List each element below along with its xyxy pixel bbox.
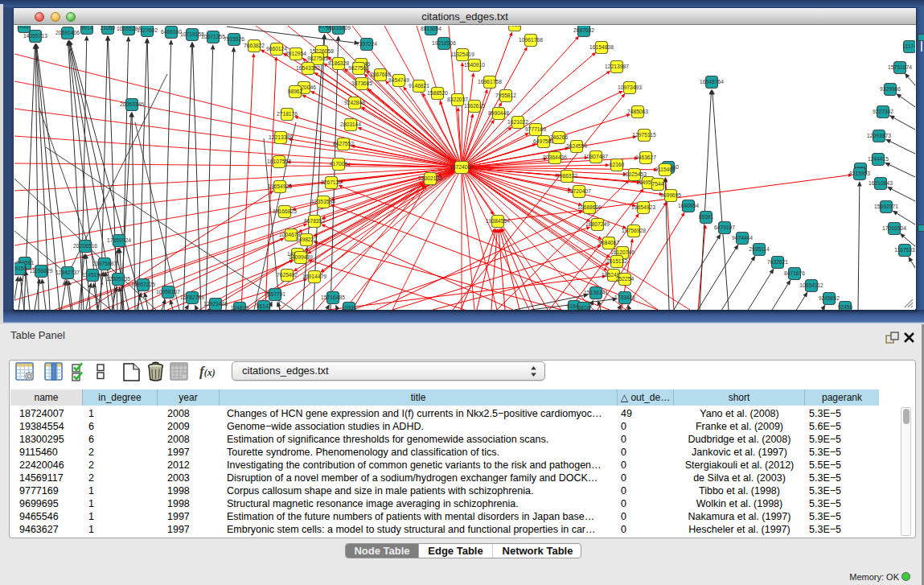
svg-text:16914479: 16914479	[302, 274, 326, 279]
svg-text:15136141: 15136141	[584, 290, 608, 295]
svg-text:3498222: 3498222	[296, 237, 317, 242]
svg-text:16033809: 16033809	[326, 26, 351, 31]
svg-text:1733426: 1733426	[614, 295, 635, 300]
svg-text:1145194: 1145194	[82, 272, 103, 278]
svg-text:10025453: 10025453	[622, 171, 647, 177]
svg-text:2803144: 2803144	[340, 122, 361, 127]
svg-text:19654925: 19654925	[268, 183, 292, 189]
svg-text:14557: 14557	[17, 26, 32, 29]
svg-text:11156829: 11156829	[30, 268, 53, 274]
svg-text:14055713: 14055713	[23, 33, 47, 39]
svg-text:9777169: 9777169	[525, 126, 546, 132]
svg-text:15720407: 15720407	[567, 188, 591, 194]
svg-text:1615132: 1615132	[606, 258, 627, 264]
svg-text:12505135: 12505135	[106, 276, 130, 282]
svg-text:9084067: 9084067	[598, 240, 619, 245]
svg-text:12213987: 12213987	[605, 64, 629, 69]
svg-text:7485063: 7485063	[627, 109, 648, 114]
svg-text:2087682: 2087682	[573, 27, 594, 33]
svg-text:23002135: 23002135	[418, 175, 442, 181]
svg-text:16107553: 16107553	[267, 159, 291, 164]
svg-text:417006: 417006	[330, 161, 348, 167]
svg-text:746266: 746266	[550, 134, 569, 140]
svg-text:10807487: 10807487	[584, 154, 608, 159]
svg-text:20053346: 20053346	[120, 101, 144, 107]
svg-text:20206516: 20206516	[73, 243, 97, 249]
svg-text:7357224: 7357224	[356, 41, 377, 47]
svg-text:92456: 92456	[838, 304, 853, 310]
svg-text:9242848: 9242848	[344, 100, 365, 105]
svg-text:6479197: 6479197	[714, 225, 735, 230]
svg-text:8454749: 8454749	[388, 77, 409, 83]
svg-text:8427552: 8427552	[333, 141, 354, 146]
svg-text:7955: 7955	[509, 26, 521, 27]
svg-text:16548764: 16548764	[700, 79, 724, 84]
svg-text:9857791: 9857791	[265, 291, 285, 297]
svg-text:19654923: 19654923	[631, 204, 655, 210]
svg-text:20691406: 20691406	[55, 30, 80, 35]
svg-text:1244415: 1244415	[868, 156, 889, 162]
svg-text:8322037: 8322037	[447, 97, 468, 102]
svg-text:1527602: 1527602	[137, 27, 158, 33]
svg-text:104819: 104819	[231, 305, 249, 310]
svg-text:9227342: 9227342	[873, 109, 893, 114]
svg-text:1640954: 1640954	[678, 203, 699, 208]
svg-text:10688609: 10688609	[577, 204, 602, 210]
svg-text:12942737: 12942737	[55, 270, 80, 275]
svg-text:8990448: 8990448	[488, 110, 509, 116]
svg-text:7544: 7544	[652, 181, 664, 187]
svg-text:19384554: 19384554	[486, 218, 510, 224]
svg-text:7632621: 7632621	[767, 259, 788, 265]
svg-text:15692971: 15692971	[874, 204, 898, 209]
svg-text:9474444: 9474444	[732, 235, 753, 241]
svg-text:98962: 98962	[288, 89, 303, 94]
svg-text:15751074: 15751074	[888, 64, 912, 70]
svg-text:2935114: 2935114	[749, 246, 770, 252]
svg-text:9827503: 9827503	[307, 56, 328, 61]
svg-text:19756928: 19756928	[622, 228, 646, 233]
svg-text:16120746: 16120746	[610, 249, 634, 255]
svg-text:8186328: 8186328	[328, 60, 349, 66]
svg-text:10958107: 10958107	[156, 289, 180, 295]
svg-text:252254: 252254	[616, 276, 634, 282]
svg-text:8215953: 8215953	[849, 171, 870, 176]
svg-text:8813054: 8813054	[421, 26, 441, 31]
svg-text:9827508: 9827508	[348, 65, 369, 71]
svg-text:16210643: 16210643	[869, 180, 893, 186]
svg-text:18807249: 18807249	[585, 221, 610, 227]
svg-text:12213389: 12213389	[269, 134, 293, 140]
svg-text:2718176: 2718176	[277, 111, 298, 117]
svg-text:8678352: 8678352	[304, 218, 325, 224]
svg-text:12975115: 12975115	[632, 132, 656, 138]
svg-text:1621022: 1621022	[507, 119, 528, 125]
svg-text:10936: 10936	[342, 305, 357, 310]
svg-text:16782759: 16782759	[180, 295, 204, 300]
svg-text:16543382: 16543382	[296, 65, 320, 71]
svg-text:39159: 39159	[14, 266, 27, 271]
svg-text:11174: 11174	[902, 43, 915, 49]
svg-text:7955812: 7955812	[495, 93, 516, 98]
svg-text:16961758: 16961758	[478, 79, 502, 84]
svg-text:23975887: 23975887	[92, 261, 117, 266]
svg-text:62160: 62160	[610, 162, 625, 167]
svg-text:9699695: 9699695	[660, 192, 681, 198]
svg-text:8267130: 8267130	[321, 179, 342, 185]
svg-text:3873685: 3873685	[351, 80, 372, 86]
svg-text:9463627: 9463627	[635, 154, 656, 160]
svg-text:7663822: 7663822	[244, 43, 265, 48]
svg-text:14099489: 14099489	[289, 254, 313, 260]
svg-text:9115460: 9115460	[655, 167, 676, 172]
svg-text:7625402: 7625402	[277, 272, 298, 278]
svg-text:89381: 89381	[699, 214, 714, 220]
svg-text:19218506: 19218506	[432, 40, 456, 46]
svg-text:18724007: 18724007	[450, 164, 474, 170]
svg-text:8912954: 8912954	[285, 51, 306, 56]
svg-text:9146821: 9146821	[409, 83, 429, 89]
svg-text:11325419: 11325419	[450, 51, 474, 57]
svg-text:19166825: 19166825	[273, 208, 297, 214]
svg-text:10654112: 10654112	[799, 282, 823, 288]
svg-text:12923446: 12923446	[203, 301, 228, 307]
svg-text:10973493: 10973493	[618, 84, 642, 90]
svg-text:16154808: 16154808	[589, 44, 614, 50]
svg-text:12353594: 12353594	[311, 199, 335, 204]
